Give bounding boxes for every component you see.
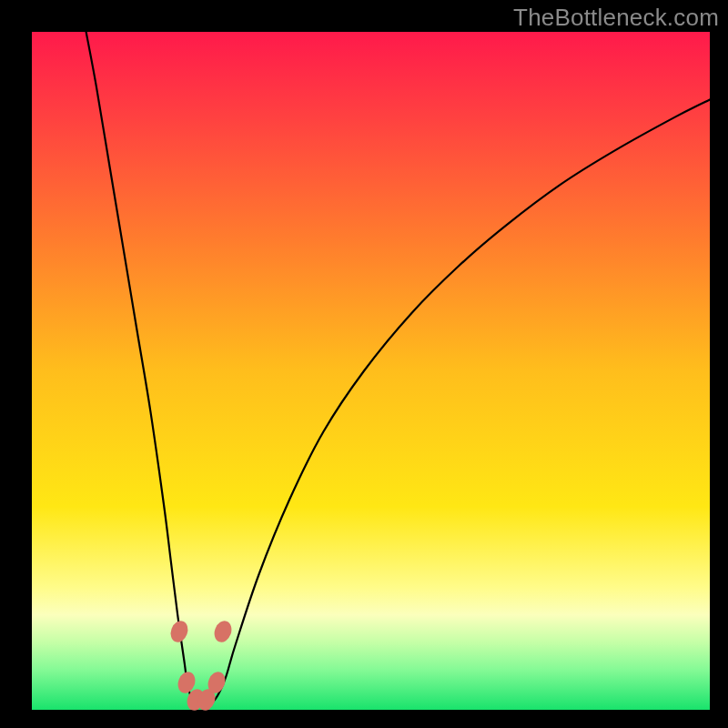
watermark-text: TheBottleneck.com bbox=[513, 4, 719, 32]
bottleneck-curve bbox=[86, 32, 710, 706]
plot-area bbox=[32, 32, 710, 710]
curve-layer bbox=[32, 32, 710, 710]
chart-frame: TheBottleneck.com bbox=[0, 0, 728, 728]
